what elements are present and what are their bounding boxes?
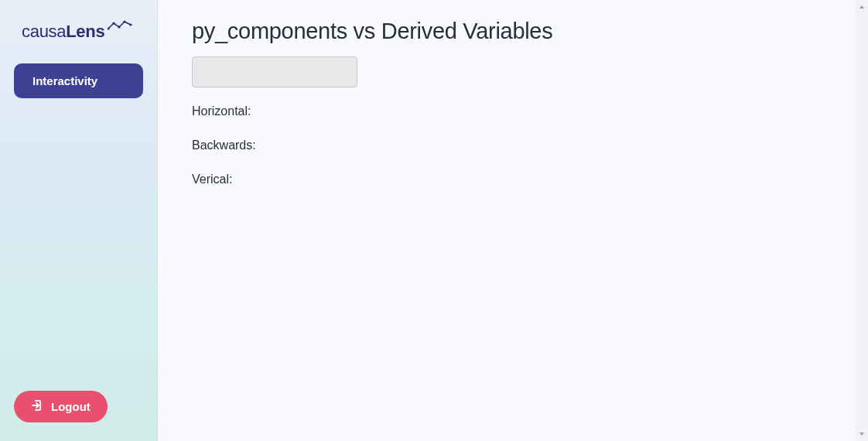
brand-name-part1: causa [22, 22, 66, 41]
label-backwards: Backwards: [192, 138, 834, 152]
sidebar: causaLens Interactivity [0, 0, 158, 441]
scroll-up-arrow-icon[interactable] [856, 0, 868, 14]
svg-point-2 [118, 26, 121, 28]
svg-point-4 [130, 23, 132, 26]
logout-label: Logout [51, 400, 91, 413]
brand-logo: causaLens [14, 22, 143, 42]
svg-point-3 [124, 20, 126, 22]
page-title: py_components vs Derived Variables [192, 19, 834, 44]
sidebar-item-label: Interactivity [32, 74, 97, 87]
brand-mark-icon [108, 19, 132, 35]
text-input[interactable] [192, 56, 357, 87]
svg-point-1 [113, 22, 115, 24]
sidebar-footer: Logout [14, 391, 143, 422]
main-content: py_components vs Derived Variables Horiz… [158, 0, 868, 441]
scrollbar-track[interactable] [856, 14, 868, 427]
scroll-down-arrow-icon[interactable] [856, 427, 868, 441]
logout-button[interactable]: Logout [14, 391, 108, 422]
brand-name-part2: Lens [66, 22, 104, 41]
logout-icon [31, 399, 43, 414]
vertical-scrollbar[interactable] [856, 0, 868, 441]
sidebar-item-interactivity[interactable]: Interactivity [14, 63, 143, 98]
label-vertical: Verical: [192, 173, 834, 186]
label-horizontal: Horizontal: [192, 104, 834, 118]
